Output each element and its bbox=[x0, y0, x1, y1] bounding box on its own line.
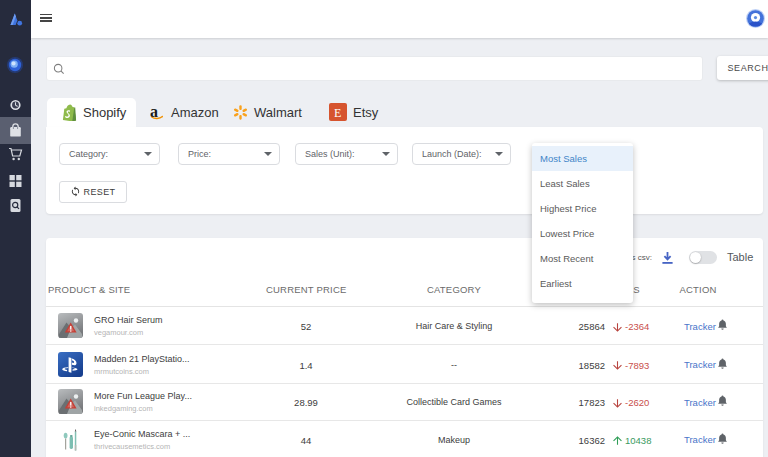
svg-text:E: E bbox=[334, 106, 341, 120]
svg-text:a: a bbox=[150, 104, 158, 120]
